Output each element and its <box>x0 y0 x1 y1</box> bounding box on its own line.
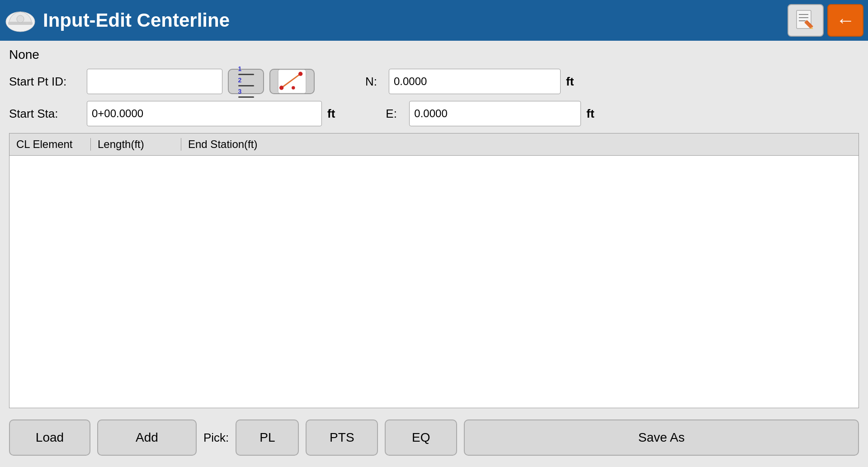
start-pt-id-input[interactable] <box>87 69 222 94</box>
point-picker-button[interactable] <box>269 69 315 94</box>
bottom-toolbar: Load Add Pick: PL PTS EQ Save As <box>9 415 859 460</box>
start-sta-input[interactable] <box>87 101 322 126</box>
main-content: None Start Pt ID: 1 2 3 <box>0 41 868 467</box>
notes-button[interactable] <box>788 4 824 37</box>
load-button[interactable]: Load <box>9 419 90 456</box>
list-icon: 1 2 3 <box>236 64 256 100</box>
eq-button[interactable]: EQ <box>385 419 457 456</box>
start-pt-row: Start Pt ID: 1 2 3 <box>9 69 859 94</box>
save-as-button[interactable]: Save As <box>464 419 859 456</box>
start-pt-id-label: Start Pt ID: <box>9 75 81 89</box>
pl-button[interactable]: PL <box>236 419 299 456</box>
e-label: E: <box>386 107 404 121</box>
svg-point-12 <box>279 86 283 90</box>
pick-label: Pick: <box>203 431 229 445</box>
start-sta-unit: ft <box>327 107 335 121</box>
col-cl-element: CL Element <box>9 138 91 151</box>
start-sta-label: Start Sta: <box>9 107 81 121</box>
n-unit: ft <box>566 75 574 89</box>
header-buttons: ← <box>788 4 863 37</box>
col-length: Length(ft) <box>91 138 181 151</box>
back-button[interactable]: ← <box>827 4 863 37</box>
e-unit: ft <box>586 107 594 121</box>
n-input[interactable] <box>389 69 561 94</box>
svg-point-14 <box>292 86 295 89</box>
back-arrow-icon: ← <box>836 10 855 31</box>
none-label: None <box>9 48 859 62</box>
svg-point-2 <box>17 15 24 23</box>
col-end-station: End Station(ft) <box>181 138 317 151</box>
page-title: Input-Edit Centerline <box>43 10 788 31</box>
add-button[interactable]: Add <box>97 419 197 456</box>
app-logo <box>5 5 36 36</box>
n-label: N: <box>365 75 383 89</box>
table-header: CL Element Length(ft) End Station(ft) <box>9 133 859 156</box>
header: Input-Edit Centerline ← <box>0 0 868 41</box>
pts-button[interactable]: PTS <box>306 419 378 456</box>
e-input[interactable] <box>409 101 581 126</box>
start-sta-row: Start Sta: ft E: ft <box>9 101 859 126</box>
list-icon-button[interactable]: 1 2 3 <box>228 69 264 94</box>
svg-point-13 <box>298 72 302 76</box>
cl-elements-table: CL Element Length(ft) End Station(ft) <box>9 133 859 408</box>
